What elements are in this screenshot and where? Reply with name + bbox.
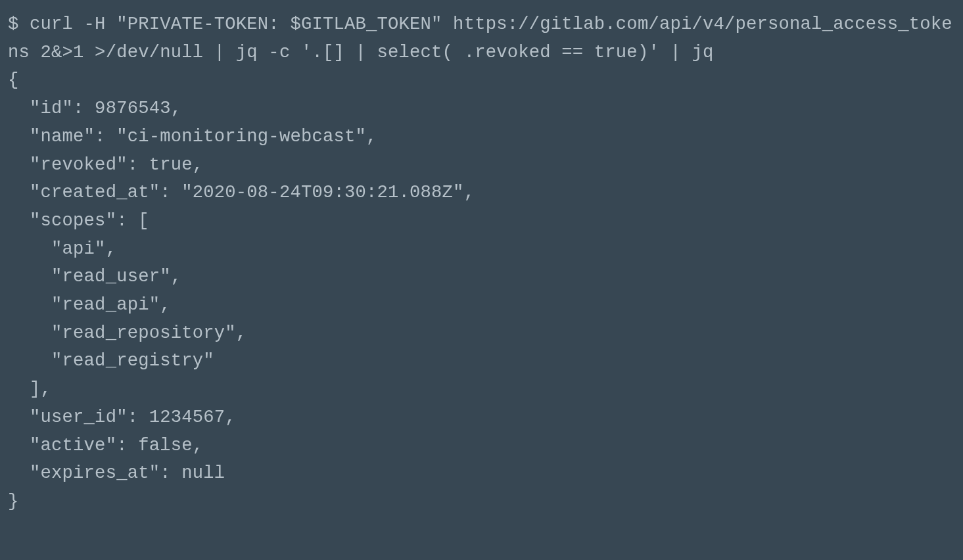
json-brace-close: }	[8, 491, 19, 511]
json-line-scopes-open: "scopes": [	[8, 210, 149, 231]
command-line: $ curl -H "PRIVATE-TOKEN: $GITLAB_TOKEN"…	[8, 14, 952, 62]
json-line-user-id: "user_id": 1234567,	[8, 407, 236, 427]
json-line-scope-read-user: "read_user",	[8, 266, 181, 287]
json-line-scope-api: "api",	[8, 239, 116, 259]
json-line-scope-read-api: "read_api",	[8, 294, 171, 315]
json-line-expires-at: "expires_at": null	[8, 463, 225, 483]
json-line-id: "id": 9876543,	[8, 98, 181, 118]
terminal-output: $ curl -H "PRIVATE-TOKEN: $GITLAB_TOKEN"…	[0, 0, 963, 524]
json-line-revoked: "revoked": true,	[8, 154, 203, 175]
json-brace-open: {	[8, 70, 19, 90]
json-line-scope-read-registry: "read_registry"	[8, 350, 214, 371]
json-line-active: "active": false,	[8, 435, 203, 455]
json-line-created-at: "created_at": "2020-08-24T09:30:21.088Z"…	[8, 182, 475, 202]
json-line-name: "name": "ci-monitoring-webcast",	[8, 126, 377, 147]
json-line-scopes-close: ],	[8, 379, 51, 399]
json-line-scope-read-repository: "read_repository",	[8, 323, 247, 343]
